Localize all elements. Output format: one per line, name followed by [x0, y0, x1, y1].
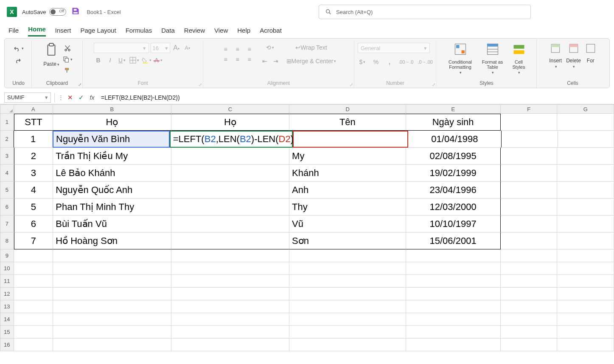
cell-b6[interactable]: Phan Thị Minh Thy — [53, 199, 171, 216]
cell-f14[interactable] — [501, 313, 558, 326]
cell-e14[interactable] — [406, 313, 501, 326]
row-header-8[interactable]: 8 — [0, 232, 14, 249]
decrease-decimal-icon[interactable]: .0→.00 — [418, 57, 432, 67]
col-header-g[interactable]: G — [557, 104, 614, 114]
cell-f12[interactable] — [501, 288, 558, 300]
cell-a16[interactable] — [14, 339, 53, 351]
cell-c15[interactable] — [171, 326, 289, 339]
cell-c7[interactable] — [171, 216, 289, 232]
cell-c9[interactable] — [171, 249, 289, 262]
font-name-select[interactable]: ▾ — [94, 43, 149, 53]
cell-f15[interactable] — [501, 326, 558, 339]
col-header-d[interactable]: D — [289, 104, 406, 114]
cell-g7[interactable] — [557, 216, 614, 232]
cell-d6[interactable]: Thy — [289, 199, 406, 216]
fill-color-button[interactable] — [142, 56, 151, 65]
cell-d16[interactable] — [289, 339, 406, 351]
format-cells-button[interactable]: For — [583, 42, 598, 70]
cell-e5[interactable]: 23/04/1996 — [406, 182, 501, 199]
cell-e11[interactable] — [406, 275, 501, 288]
row-header-15[interactable]: 15 — [0, 326, 14, 339]
select-all-corner[interactable] — [0, 104, 14, 114]
increase-decimal-icon[interactable]: .00→.0 — [398, 57, 413, 67]
cell-e10[interactable] — [406, 262, 501, 275]
cell-f2[interactable] — [502, 131, 558, 148]
increase-indent-icon[interactable]: ⇥ — [271, 56, 280, 66]
cell-b13[interactable] — [53, 300, 171, 313]
underline-button[interactable]: U — [118, 56, 127, 65]
cell-c12[interactable] — [171, 288, 289, 300]
spreadsheet-grid[interactable]: A B C D E F G 1 STT Họ Họ Tên Ngày sinh … — [0, 104, 614, 351]
cell-b11[interactable] — [53, 275, 171, 288]
autosave-toggle[interactable]: AutoSave Off — [22, 8, 66, 16]
cell-b12[interactable] — [53, 288, 171, 300]
comma-button[interactable]: , — [385, 57, 394, 67]
decrease-font-icon[interactable]: A▾ — [183, 43, 192, 53]
cell-d13[interactable] — [289, 300, 406, 313]
cell-f8[interactable] — [501, 232, 558, 249]
row-header-2[interactable]: 2 — [0, 131, 14, 148]
cell-b9[interactable] — [53, 249, 171, 262]
cell-g5[interactable] — [557, 182, 614, 199]
tab-page-layout[interactable]: Page Layout — [80, 27, 116, 36]
number-launcher-icon[interactable]: ⤢ — [432, 82, 435, 87]
name-box-expand-icon[interactable]: ⋮ — [58, 94, 64, 101]
cell-g8[interactable] — [557, 232, 614, 249]
cell-a12[interactable] — [14, 288, 53, 300]
cell-f16[interactable] — [501, 339, 558, 351]
cell-f13[interactable] — [501, 300, 558, 313]
cell-c14[interactable] — [171, 313, 289, 326]
clipboard-launcher-icon[interactable]: ⤢ — [78, 82, 81, 87]
cell-a2[interactable]: 1 — [14, 131, 53, 148]
toggle-switch[interactable]: Off — [49, 8, 66, 16]
enter-formula-icon[interactable]: ✓ — [76, 94, 86, 101]
cell-g3[interactable] — [557, 148, 614, 165]
cell-e16[interactable] — [406, 339, 501, 351]
cell-f9[interactable] — [501, 249, 558, 262]
cell-e13[interactable] — [406, 300, 501, 313]
format-painter-button[interactable] — [63, 66, 73, 75]
cell-e3[interactable]: 02/08/1995 — [406, 148, 501, 165]
bold-button[interactable]: B — [94, 56, 103, 65]
tab-data[interactable]: Data — [161, 27, 175, 36]
cell-g16[interactable] — [557, 339, 614, 351]
delete-cells-button[interactable]: Delete — [564, 42, 583, 70]
cell-f3[interactable] — [501, 148, 558, 165]
tab-file[interactable]: File — [8, 27, 19, 36]
cell-a11[interactable] — [14, 275, 53, 288]
row-header-12[interactable]: 12 — [0, 288, 14, 300]
redo-button[interactable] — [13, 56, 22, 65]
align-bottom-icon[interactable]: ≡ — [245, 45, 254, 54]
font-size-select[interactable]: 16▾ — [151, 43, 170, 53]
row-header-5[interactable]: 5 — [0, 182, 14, 199]
cell-d15[interactable] — [289, 326, 406, 339]
cell-e15[interactable] — [406, 326, 501, 339]
cell-b2[interactable]: Nguyễn Văn Bình — [53, 131, 170, 148]
cell-c11[interactable] — [171, 275, 289, 288]
align-right-icon[interactable]: ≡ — [245, 55, 254, 64]
cell-b8[interactable]: Hồ Hoàng Sơn — [53, 232, 171, 249]
cell-a10[interactable] — [14, 262, 53, 275]
alignment-launcher-icon[interactable]: ⤢ — [350, 82, 353, 87]
cell-g4[interactable] — [557, 165, 614, 182]
font-launcher-icon[interactable]: ⤢ — [199, 82, 202, 87]
cell-e2[interactable]: 01/04/1998 — [408, 131, 502, 148]
number-format-select[interactable]: General▾ — [358, 43, 430, 53]
col-header-e[interactable]: E — [406, 104, 501, 114]
cell-g14[interactable] — [557, 313, 614, 326]
row-header-10[interactable]: 10 — [0, 262, 14, 275]
cell-g2[interactable] — [558, 131, 614, 148]
align-top-icon[interactable]: ≡ — [221, 45, 230, 54]
cell-d8[interactable]: Sơn — [289, 232, 406, 249]
cell-f6[interactable] — [501, 199, 558, 216]
cell-e4[interactable]: 19/02/1999 — [406, 165, 501, 182]
name-box[interactable]: SUMIF▾ — [4, 92, 51, 103]
cell-f1[interactable] — [501, 114, 558, 131]
cell-a14[interactable] — [14, 313, 53, 326]
italic-button[interactable]: I — [106, 56, 115, 65]
cell-a6[interactable]: 5 — [14, 199, 53, 216]
row-header-4[interactable]: 4 — [0, 165, 14, 182]
cell-f11[interactable] — [501, 275, 558, 288]
cell-g12[interactable] — [557, 288, 614, 300]
orientation-button[interactable]: ⟲ — [260, 43, 280, 52]
